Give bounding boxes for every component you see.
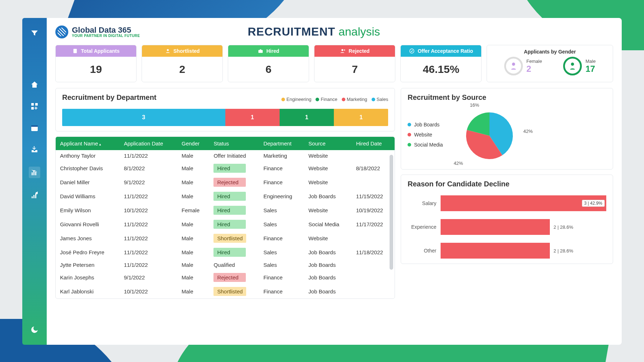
table-row[interactable]: Jytte Petersen11/1/2022MaleQualifiedSale… <box>56 259 395 270</box>
svg-point-7 <box>167 49 169 51</box>
kpi-row: Total Applicants 19 Shortlisted 2 Hired … <box>55 45 613 82</box>
svg-point-13 <box>571 62 574 66</box>
table-row[interactable]: Daniel Miller9/1/2022MaleRejectedFinance… <box>56 175 395 189</box>
svg-rect-8 <box>258 50 263 53</box>
logo-icon <box>55 25 68 38</box>
moon-icon[interactable] <box>30 325 39 334</box>
money-chart-icon[interactable] <box>30 191 39 200</box>
col-hired[interactable]: Hired Date <box>352 137 395 150</box>
col-source[interactable]: Source <box>304 137 351 150</box>
source-legend: Job Boards Website Social Media <box>408 122 443 148</box>
filter-icon[interactable] <box>30 29 39 37</box>
table-row[interactable]: Karl Jablonski10/1/2022MaleShortlistedFi… <box>56 284 395 298</box>
decline-row-salary[interactable]: Salary 3 | 42.9% <box>408 195 606 211</box>
table-row[interactable]: James Jones11/1/2022MaleShortlistedFinan… <box>56 231 395 245</box>
col-status[interactable]: Status <box>209 137 259 150</box>
main-panel: Global Data 365 YOUR PARTNER IN DIGITAL … <box>47 18 622 345</box>
table-row[interactable]: Christopher Davis8/1/2022MaleHiredFinanc… <box>56 161 395 175</box>
svg-rect-6 <box>74 49 77 53</box>
svg-point-10 <box>341 49 343 51</box>
dept-stacked-bar[interactable]: 3 1 1 1 <box>62 109 388 126</box>
table-scrollbar[interactable] <box>390 155 393 270</box>
decline-row-experience[interactable]: Experience 2 | 28.6% <box>408 219 606 235</box>
card-applicants-table: Applicant Name Application Date Gender S… <box>55 136 395 299</box>
table-row[interactable]: Karin Josephs9/1/2022MaleRejectedFinance… <box>56 270 395 284</box>
kpi-acceptance-ratio[interactable]: Offer Acceptance Ratio 46.15% <box>400 45 482 82</box>
col-gender[interactable]: Gender <box>177 137 209 150</box>
document-icon <box>72 48 78 54</box>
card-decline-reason: Reason for Candidate Decline Salary 3 | … <box>401 175 613 264</box>
decline-bar-chart[interactable]: Salary 3 | 42.9% Experience 2 | 28.6% Ot… <box>408 195 606 259</box>
decline-row-other[interactable]: Other 2 | 28.6% <box>408 243 606 259</box>
applicants-table[interactable]: Applicant Name Application Date Gender S… <box>56 137 395 298</box>
pie-label-sm: 16% <box>470 102 479 108</box>
dept-seg-engineering[interactable]: 1 <box>334 109 388 126</box>
col-date[interactable]: Application Date <box>120 137 178 150</box>
pie-label-web: 42% <box>454 161 463 166</box>
dept-seg-marketing[interactable]: 1 <box>225 109 280 126</box>
pie-label-jb: 42% <box>523 129 533 134</box>
table-row[interactable]: David Williams11/1/2022MaleHiredEngineer… <box>56 189 395 203</box>
kpi-rejected[interactable]: Rejected 7 <box>314 45 395 82</box>
card-recruitment-by-dept: Recruitment by Department Engineering Fi… <box>55 88 395 131</box>
kpi-total-applicants[interactable]: Total Applicants 19 <box>55 45 137 82</box>
col-name[interactable]: Applicant Name <box>56 137 120 150</box>
kpi-gender: Applicants by Gender Female2 Male17 <box>487 45 613 82</box>
svg-point-11 <box>410 49 414 53</box>
svg-point-5 <box>36 192 38 194</box>
grid-add-icon[interactable] <box>30 102 39 111</box>
dept-seg-sales[interactable]: 3 <box>62 109 225 126</box>
table-row[interactable]: Giovanni Rovelli11/1/2022MaleHiredSalesS… <box>56 217 395 231</box>
briefcase-icon <box>258 48 263 54</box>
gender-male: Male17 <box>563 57 595 75</box>
col-dept[interactable]: Department <box>259 137 304 150</box>
kpi-shortlisted[interactable]: Shortlisted 2 <box>142 45 223 82</box>
table-row[interactable]: Emily Wilson10/1/2022FemaleHiredSalesWeb… <box>56 203 395 217</box>
gender-female: Female2 <box>504 57 542 75</box>
male-icon <box>563 57 582 75</box>
svg-point-12 <box>512 62 515 66</box>
dept-legend: Engineering Finance Marketing Sales <box>281 97 388 102</box>
kpi-hired[interactable]: Hired 6 <box>228 45 309 82</box>
table-row[interactable]: José Pedro Freyre11/1/2022MaleHiredSales… <box>56 245 395 259</box>
brand-logo: Global Data 365 YOUR PARTNER IN DIGITAL … <box>55 25 140 38</box>
analytics-icon[interactable] <box>29 167 40 178</box>
card-recruitment-by-source: Recruitment by Source Job Boards Website… <box>401 88 613 170</box>
svg-rect-1 <box>35 103 38 106</box>
svg-rect-9 <box>260 49 261 50</box>
table-row[interactable]: Anthony Taylor11/1/2022MaleOffer Initiat… <box>56 150 395 161</box>
brand-tagline: YOUR PARTNER IN DIGITAL FUTURE <box>72 34 140 38</box>
sidebar <box>22 18 47 345</box>
source-pie-chart[interactable]: 42% 42% 16% <box>450 105 522 164</box>
calendar-icon[interactable] <box>30 124 39 132</box>
user-x-icon <box>340 48 346 54</box>
page-title: RECRUITMENT analysis <box>248 25 380 38</box>
check-circle-icon <box>409 48 415 54</box>
brand-name: Global Data 365 <box>72 26 140 34</box>
svg-rect-0 <box>31 103 34 106</box>
user-icon <box>165 48 171 54</box>
female-icon <box>504 57 523 75</box>
inbox-download-icon[interactable] <box>30 145 39 154</box>
svg-rect-2 <box>31 107 34 110</box>
header: Global Data 365 YOUR PARTNER IN DIGITAL … <box>55 25 613 38</box>
home-icon[interactable] <box>30 80 39 89</box>
decline-tooltip: 3 | 42.9% <box>582 200 605 207</box>
svg-rect-4 <box>31 125 38 127</box>
dept-seg-finance[interactable]: 1 <box>280 109 334 126</box>
